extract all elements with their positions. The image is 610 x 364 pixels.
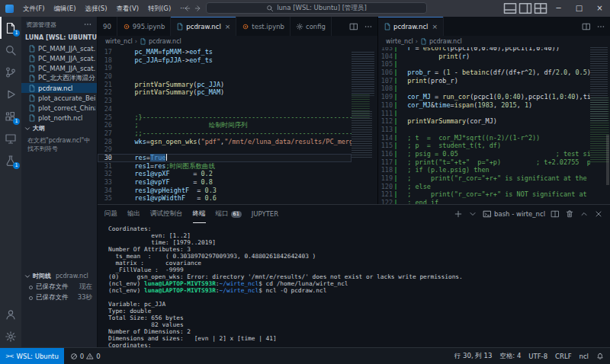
- menu-item-2[interactable]: 选择(S): [81, 0, 112, 17]
- close-panel-icon[interactable]: [594, 209, 603, 219]
- status-item-2[interactable]: UTF-8: [528, 353, 547, 360]
- minimize-button[interactable]: ─: [548, 0, 569, 17]
- source-control-icon[interactable]: [0, 61, 21, 83]
- code-line[interactable]: 118 ; if (p.le.psig) then: [378, 166, 590, 174]
- code-line[interactable]: 22 printVarSummary(pc_MAM): [98, 88, 352, 97]
- extensions-icon[interactable]: 1: [0, 105, 21, 127]
- breadcrumb-item[interactable]: pcdraw.ncl: [149, 38, 181, 45]
- code-line[interactable]: 19: [98, 64, 352, 72]
- file-item[interactable]: plot_accurate_Beijing..: [21, 93, 97, 103]
- file-item[interactable]: pcdraw.ncl: [21, 83, 97, 93]
- code-line[interactable]: 21 printVarSummary(pc_JJA): [98, 81, 352, 89]
- customize-layout-icon[interactable]: [533, 0, 548, 17]
- split-editor-icon[interactable]: [349, 22, 358, 31]
- code-line[interactable]: 34 res1@vpHeightF = 0.3: [98, 187, 352, 195]
- status-item-1[interactable]: 空格: 4: [499, 352, 521, 361]
- file-item[interactable]: PC_MAM_JJA_scat..: [21, 43, 97, 53]
- remote-explorer-icon[interactable]: [0, 127, 21, 149]
- file-item[interactable]: plot_north.ncl: [21, 113, 97, 123]
- tab-995.ipynb[interactable]: 995.ipynb: [117, 17, 172, 36]
- code-line[interactable]: 27 ;;-----------------------------------…: [98, 129, 352, 138]
- kill-terminal-icon[interactable]: [565, 209, 574, 219]
- panel-tab-端口[interactable]: 端口61: [216, 205, 242, 223]
- timeline-item[interactable]: 已保存文件现在: [21, 282, 97, 292]
- breadcrumb-item[interactable]: pcdraw.ncl: [429, 38, 462, 45]
- code-line[interactable]: 20: [98, 72, 352, 81]
- close-button[interactable]: ×: [589, 0, 610, 17]
- account-icon[interactable]: [0, 303, 21, 325]
- file-item[interactable]: plot_correct_Chinama..: [21, 103, 97, 113]
- file-item[interactable]: PC_MAM_JJA_scat..: [21, 63, 97, 73]
- problems-indicator[interactable]: 0 0: [70, 353, 101, 360]
- code-line[interactable]: 31 res1=res;时间图系数曲线: [98, 162, 352, 171]
- code-line[interactable]: 111: [378, 110, 590, 118]
- tab-pcdraw.ncl[interactable]: pcdraw.ncl×: [171, 17, 236, 36]
- status-item-4[interactable]: ncl: [580, 353, 589, 360]
- code-line[interactable]: 119 ; print("r_cor="+r+" is significant …: [378, 174, 590, 183]
- menu-item-0[interactable]: 文件(F): [18, 0, 50, 17]
- status-item-0[interactable]: 行 30, 列 13: [454, 352, 492, 361]
- terminal-dropdown-icon[interactable]: [468, 209, 477, 219]
- panel-tab-终端[interactable]: 终端: [193, 205, 206, 223]
- code-line[interactable]: 35 res1@vpWidthF = 0.6: [98, 194, 352, 203]
- code-line[interactable]: 115 ; p = student_t(t, df): [378, 142, 590, 150]
- panel-tab-输出[interactable]: 输出: [127, 205, 140, 223]
- code-line[interactable]: 30 res=True: [98, 154, 352, 162]
- back-icon[interactable]: [183, 5, 191, 12]
- code-line[interactable]: 17 pc_MAM=fpMAM->eof_ts: [98, 48, 352, 56]
- timeline-item[interactable]: 已保存文件33秒: [21, 292, 97, 303]
- file-item[interactable]: PC_北大西洋海温分..: [21, 73, 97, 83]
- settings-icon[interactable]: [0, 325, 21, 347]
- code-line[interactable]: 121 ; print("r_cor="+r+" is NOT signific…: [378, 190, 590, 199]
- panel-tab-问题[interactable]: 问题: [104, 205, 117, 223]
- run-debug-icon[interactable]: [0, 83, 21, 105]
- panel-tab-JUPYTER[interactable]: JUPYTER: [252, 205, 278, 223]
- toggle-secondary-sidebar-icon[interactable]: [518, 0, 533, 17]
- tab-test.ipynb[interactable]: test.ipynb: [236, 17, 291, 36]
- explorer-icon[interactable]: 1: [0, 17, 21, 39]
- code-line[interactable]: 108: [378, 85, 590, 93]
- code-line[interactable]: 106 prob_r = (1 - betainc(df/(df+r^2), d…: [378, 69, 590, 77]
- toggle-panel-icon[interactable]: [502, 0, 518, 17]
- tab-pcdraw.ncl[interactable]: pcdraw.ncl×: [378, 17, 444, 36]
- code-line[interactable]: 117 ; print("t="+t+" p="+p) ; t+2.02755 …: [378, 158, 590, 167]
- outline-section-header[interactable]: 大纲: [21, 123, 97, 134]
- more-actions-icon[interactable]: [596, 22, 605, 31]
- code-line[interactable]: 113: [378, 126, 590, 134]
- close-icon[interactable]: ×: [432, 23, 438, 30]
- code-line[interactable]: 24: [98, 105, 352, 113]
- code-line[interactable]: 114 ; t = cor_MJ*sqrt((n-2)/(1-r^2)): [378, 134, 590, 142]
- timeline-section-header[interactable]: 时间线 pcdraw.ncl: [21, 270, 97, 282]
- notifications-bell-icon[interactable]: [596, 353, 604, 360]
- terminal-content[interactable]: Coordinates: evn: [1..2] time: [1979..20…: [98, 223, 610, 347]
- code-editor[interactable]: 17 pc_MAM=fpMAM->eof_ts18 pc_JJA=fpJJA->…: [98, 47, 377, 204]
- code-line[interactable]: 107 print(prob_r): [378, 77, 590, 85]
- code-line[interactable]: 103 r = escorc(pcpc1(0,0:40),pcpc1(1,0:4…: [378, 47, 590, 53]
- explorer-more-actions-icon[interactable]: [83, 20, 92, 29]
- terminal-list-item[interactable]: bash - wirte_ncl: [483, 209, 545, 219]
- split-terminal-icon[interactable]: [551, 209, 560, 219]
- code-line[interactable]: 105: [378, 60, 590, 69]
- code-line[interactable]: 28 wks=gsn_open_wks("pdf","/mnt/e/luna_d…: [98, 138, 352, 146]
- more-actions-icon[interactable]: [364, 22, 373, 31]
- maximize-button[interactable]: □: [569, 0, 589, 17]
- breadcrumb-item[interactable]: wirte_ncl: [386, 38, 413, 45]
- forward-icon[interactable]: [194, 5, 202, 12]
- code-line[interactable]: 26 ; 绘制时间序列: [98, 121, 352, 129]
- code-line[interactable]: 33 res1@vpYF = 0.8: [98, 178, 352, 187]
- split-editor-icon[interactable]: [582, 22, 591, 31]
- code-line[interactable]: 32 res1@vpXF = 0.2: [98, 170, 352, 178]
- code-editor[interactable]: 103 r = escorc(pcpc1(0,0:40),pcpc1(1,0:4…: [378, 47, 610, 204]
- code-line[interactable]: 104 print(r): [378, 53, 590, 61]
- command-center-search[interactable]: luna [WSL: Ubuntu] [管理员]: [206, 2, 427, 14]
- close-icon[interactable]: ×: [225, 23, 231, 30]
- test-flask-icon[interactable]: 1: [0, 149, 21, 171]
- workspace-section-header[interactable]: LUNA [WSL: UBUNTU]: [21, 32, 97, 43]
- code-line[interactable]: 122 ; end if: [378, 199, 590, 204]
- maximize-panel-icon[interactable]: [580, 209, 589, 219]
- search-icon[interactable]: [0, 39, 21, 61]
- new-terminal-icon[interactable]: [454, 209, 463, 219]
- menu-item-3[interactable]: 查看(V): [112, 0, 143, 17]
- menu-item-4[interactable]: 转到(G): [143, 0, 175, 17]
- code-line[interactable]: 29: [98, 145, 352, 154]
